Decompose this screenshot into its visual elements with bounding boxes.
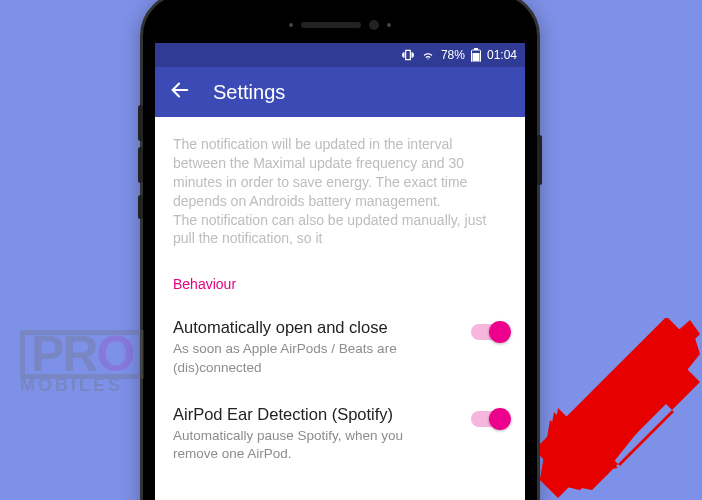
info-text: The notification will be updated in the … xyxy=(173,135,507,248)
section-header-behaviour: Behaviour xyxy=(173,276,507,292)
svg-marker-8 xyxy=(540,470,594,490)
side-button[interactable] xyxy=(138,195,143,219)
watermark-text-1: PR xyxy=(31,326,96,382)
page-title: Settings xyxy=(213,81,285,104)
toggle-ear-detection[interactable] xyxy=(471,411,507,427)
status-bar: 78% 01:04 xyxy=(155,43,525,67)
svg-marker-4 xyxy=(540,440,598,498)
volume-down-button[interactable] xyxy=(138,147,143,183)
svg-marker-12 xyxy=(542,412,608,478)
annotation-arrow-icon xyxy=(548,318,702,498)
clock: 01:04 xyxy=(487,48,517,62)
volume-up-button[interactable] xyxy=(138,105,143,141)
setting-ear-detection[interactable]: AirPod Ear Detection (Spotify) Automatic… xyxy=(173,395,507,493)
content-area: The notification will be updated in the … xyxy=(155,117,525,500)
setting-title: AirPod Ear Detection (Spotify) xyxy=(173,405,451,424)
svg-rect-13 xyxy=(561,318,694,449)
vibrate-icon xyxy=(401,48,415,62)
phone-frame: 78% 01:04 Settings The notification will… xyxy=(140,0,540,500)
svg-marker-11 xyxy=(580,322,700,464)
setting-title: Automatically open and close xyxy=(173,318,451,337)
toggle-auto-open-close[interactable] xyxy=(471,324,507,340)
notch xyxy=(155,7,525,43)
svg-rect-6 xyxy=(540,372,636,474)
setting-subtitle: As soon as Apple AirPods / Beats are (di… xyxy=(173,340,451,376)
svg-marker-10 xyxy=(540,320,700,490)
annotation-arrow-icon xyxy=(540,320,700,500)
svg-marker-5 xyxy=(540,420,608,480)
app-bar: Settings xyxy=(155,67,525,117)
screen: 78% 01:04 Settings The notification will… xyxy=(155,43,525,500)
watermark-text-3: MOBILES xyxy=(20,375,144,396)
setting-auto-open-close[interactable]: Automatically open and close As soon as … xyxy=(173,308,507,394)
battery-percent: 78% xyxy=(441,48,465,62)
back-icon[interactable] xyxy=(169,79,191,105)
watermark-text-2: O xyxy=(96,326,133,382)
svg-marker-7 xyxy=(540,320,700,490)
battery-icon xyxy=(471,48,481,62)
svg-marker-9 xyxy=(540,426,570,480)
setting-subtitle: Automatically pause Spotify, when you re… xyxy=(173,427,451,463)
wifi-icon xyxy=(421,48,435,62)
svg-rect-2 xyxy=(472,53,479,61)
phone-bezel: 78% 01:04 Settings The notification will… xyxy=(155,7,525,500)
power-button[interactable] xyxy=(537,135,542,185)
svg-marker-14 xyxy=(548,408,618,478)
watermark: PRO MOBILES xyxy=(20,330,144,396)
